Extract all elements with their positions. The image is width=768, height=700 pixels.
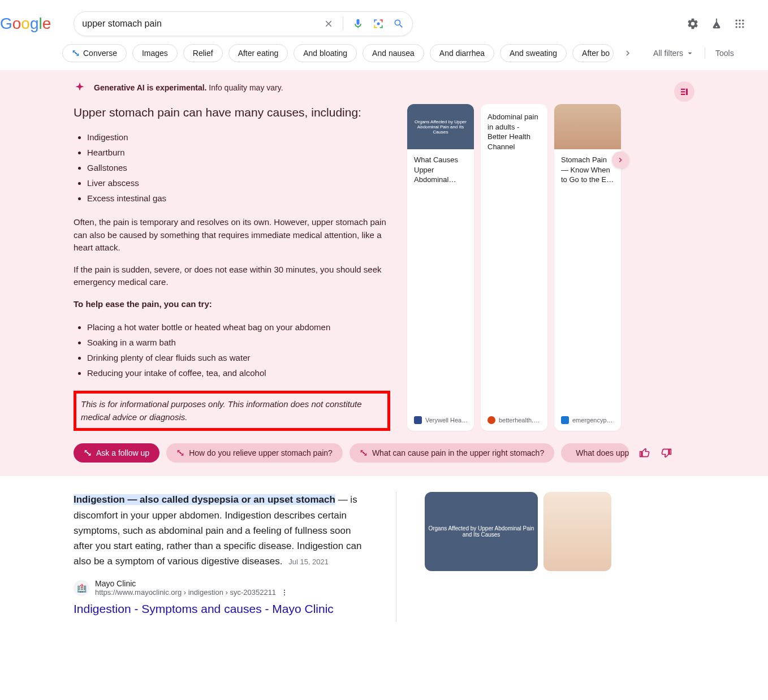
svg-point-22 <box>284 590 285 591</box>
chip-diarrhea[interactable]: And diarrhea <box>430 44 494 62</box>
labs-icon[interactable] <box>710 18 723 30</box>
list-item: Excess intestinal gas <box>87 191 390 206</box>
sparkle-icon <box>74 81 86 94</box>
card-source: emergencyp… <box>554 413 621 431</box>
search-icon[interactable] <box>393 18 404 29</box>
lens-icon[interactable] <box>373 18 384 29</box>
source-url-text: https://www.mayoclinic.org › indigestion… <box>95 588 276 597</box>
disclaimer-highlight: This is for informational purposes only.… <box>74 391 390 431</box>
divider <box>705 47 705 59</box>
filter-row: Converse Images Relief After eating And … <box>0 36 768 70</box>
disclaimer-text: This is for informational purposes only.… <box>80 396 384 426</box>
result-area: Indigestion — also called dyspepsia or a… <box>0 476 768 622</box>
chip-label: And diarrhea <box>439 49 485 58</box>
svg-rect-18 <box>681 89 685 90</box>
card-body: What Causes Upper Abdominal… <box>407 149 474 413</box>
list-item: Heartburn <box>87 145 390 160</box>
clear-icon[interactable] <box>323 19 334 29</box>
tips-heading: To help ease the pain, you can try: <box>74 298 390 311</box>
converse-icon <box>72 49 80 57</box>
card-thumbnail: Organs Affected by Upper Abdominal Pain … <box>407 104 474 149</box>
all-filters[interactable]: All filters <box>653 49 694 58</box>
followups: Ask a follow up How do you relieve upper… <box>74 443 768 463</box>
ai-text: Upper stomach pain can have many causes,… <box>74 104 390 431</box>
ask-followup-button[interactable]: Ask a follow up <box>74 443 159 463</box>
svg-point-13 <box>739 23 740 24</box>
chip-sweating[interactable]: And sweating <box>500 44 567 62</box>
chip-images[interactable]: Images <box>132 44 178 62</box>
source-name: Verywell Hea… <box>425 417 468 424</box>
svg-point-10 <box>739 20 740 21</box>
search-box[interactable] <box>74 11 413 36</box>
followup-icon <box>176 449 184 457</box>
ai-notice: Generative AI is experimental. Info qual… <box>94 83 283 92</box>
ai-cards: Organs Affected by Upper Abdominal Pain … <box>407 104 621 431</box>
tips-list: Placing a hot water bottle or heated whe… <box>74 319 390 381</box>
svg-rect-3 <box>382 20 383 23</box>
source-card[interactable]: Stomach Pain — Know When to Go to the E…… <box>554 104 621 431</box>
svg-rect-21 <box>686 89 688 95</box>
snippet-text: Indigestion — also called dyspepsia or a… <box>74 492 368 569</box>
followup-label: Ask a follow up <box>96 448 149 457</box>
google-logo[interactable]: Google <box>0 15 51 33</box>
chip-relief[interactable]: Relief <box>183 44 223 62</box>
source-info: Mayo Clinic https://www.mayoclinic.org ›… <box>95 579 288 597</box>
svg-point-9 <box>736 20 737 21</box>
followup-suggestion[interactable]: What does upper <box>561 443 629 463</box>
svg-point-23 <box>284 592 285 593</box>
followup-icon <box>360 449 368 457</box>
source-name: emergencyp… <box>572 417 613 424</box>
card-title: Abdominal pain in adults - Better Health… <box>487 112 541 152</box>
causes-list: Indigestion Heartburn Gallstones Liver a… <box>74 129 390 206</box>
chip-bowel[interactable]: After bo <box>572 44 614 62</box>
chips-next-icon[interactable] <box>619 48 636 58</box>
search-input[interactable] <box>82 19 323 29</box>
apps-icon[interactable] <box>734 18 745 29</box>
result-image[interactable] <box>543 492 611 571</box>
tools-button[interactable]: Tools <box>715 49 734 58</box>
chip-after-eating[interactable]: After eating <box>228 44 288 62</box>
thumbs-down-icon[interactable] <box>661 447 672 459</box>
result-images: Organs Affected by Upper Abdominal Pain … <box>425 492 611 622</box>
snippet-highlight: Indigestion — also called dyspepsia or a… <box>74 494 335 505</box>
card-title: What Causes Upper Abdominal… <box>414 155 467 185</box>
svg-rect-5 <box>374 25 376 28</box>
card-thumbnail <box>554 104 621 149</box>
source-name: Mayo Clinic <box>95 579 288 588</box>
result-link[interactable]: Indigestion - Symptoms and causes - Mayo… <box>74 602 334 615</box>
result-title[interactable]: Indigestion - Symptoms and causes - Mayo… <box>74 602 368 616</box>
chip-label: And sweating <box>510 49 557 58</box>
more-icon[interactable] <box>281 589 288 597</box>
chip-converse[interactable]: Converse <box>62 44 127 62</box>
settings-icon[interactable] <box>687 18 699 30</box>
ai-para: If the pain is sudden, severe, or does n… <box>74 263 390 289</box>
chevron-down-icon <box>685 49 694 58</box>
result-source: 🏥 Mayo Clinic https://www.mayoclinic.org… <box>74 579 368 597</box>
svg-rect-19 <box>681 91 685 92</box>
followup-suggestion[interactable]: How do you relieve upper stomach pain? <box>166 443 343 463</box>
svg-point-15 <box>736 26 737 28</box>
list-item: Soaking in a warm bath <box>87 335 390 350</box>
card-body: Stomach Pain — Know When to Go to the E… <box>554 149 621 413</box>
svg-rect-1 <box>374 20 376 23</box>
source-card[interactable]: Abdominal pain in adults - Better Health… <box>481 104 547 431</box>
svg-point-14 <box>742 23 744 24</box>
svg-point-17 <box>742 26 744 28</box>
cards-next-icon[interactable] <box>612 152 629 168</box>
list-item: Liver abscess <box>87 175 390 191</box>
mic-icon[interactable] <box>352 18 364 29</box>
chip-bloating[interactable]: And bloating <box>294 44 357 62</box>
chip-nausea[interactable]: And nausea <box>363 44 424 62</box>
search-wrap <box>74 11 413 36</box>
thumbs-up-icon[interactable] <box>639 447 650 459</box>
result-image[interactable]: Organs Affected by Upper Abdominal Pain … <box>425 492 538 571</box>
ai-toggle-icon[interactable] <box>674 81 694 102</box>
snippet-date: Jul 15, 2021 <box>288 558 329 566</box>
list-item: Gallstones <box>87 160 390 175</box>
favicon <box>487 416 495 424</box>
followup-label: What can cause pain in the upper right s… <box>372 448 544 457</box>
card-title: Stomach Pain — Know When to Go to the E… <box>561 155 614 185</box>
source-card[interactable]: Organs Affected by Upper Abdominal Pain … <box>407 104 474 431</box>
followup-suggestion[interactable]: What can cause pain in the upper right s… <box>350 443 554 463</box>
source-url: https://www.mayoclinic.org › indigestion… <box>95 588 288 597</box>
